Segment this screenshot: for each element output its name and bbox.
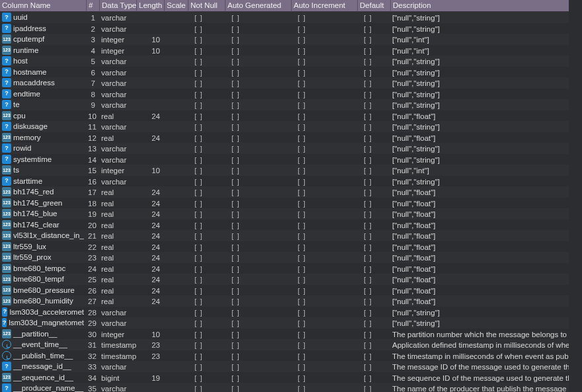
- column-name-cell[interactable]: __event_time__: [0, 339, 86, 350]
- default-checkbox[interactable]: [ ]: [357, 241, 390, 253]
- notnull-checkbox[interactable]: [ ]: [188, 77, 225, 89]
- autogen-checkbox[interactable]: [ ]: [225, 23, 291, 34]
- column-name-cell[interactable]: ?__producer_name__: [0, 383, 86, 392]
- default-checkbox[interactable]: [ ]: [357, 154, 390, 165]
- column-name-cell[interactable]: 123__sequence_id__: [0, 372, 86, 383]
- autoincr-checkbox[interactable]: [ ]: [291, 285, 357, 296]
- autogen-checkbox[interactable]: [ ]: [225, 45, 291, 56]
- notnull-checkbox[interactable]: [ ]: [188, 329, 225, 340]
- column-name-cell[interactable]: ?te: [0, 99, 86, 110]
- autogen-checkbox[interactable]: [ ]: [225, 219, 291, 231]
- autoincr-checkbox[interactable]: [ ]: [291, 132, 357, 143]
- autoincr-checkbox[interactable]: [ ]: [291, 99, 357, 110]
- default-checkbox[interactable]: [ ]: [357, 198, 390, 209]
- column-name-cell[interactable]: __publish_time__: [0, 350, 86, 362]
- column-name-cell[interactable]: ?lsm303d_acceleromet: [0, 307, 86, 318]
- column-header-scale[interactable]: Scale: [164, 0, 188, 12]
- autogen-checkbox[interactable]: [ ]: [225, 372, 291, 383]
- column-name-cell[interactable]: ?starttime: [0, 176, 86, 187]
- default-checkbox[interactable]: [ ]: [357, 263, 390, 274]
- notnull-checkbox[interactable]: [ ]: [188, 208, 225, 219]
- column-name-cell[interactable]: 123vl53l1x_distance_in_: [0, 230, 86, 241]
- autoincr-checkbox[interactable]: [ ]: [291, 89, 357, 100]
- notnull-checkbox[interactable]: [ ]: [188, 12, 225, 23]
- autogen-checkbox[interactable]: [ ]: [225, 99, 291, 110]
- autogen-checkbox[interactable]: [ ]: [225, 67, 291, 78]
- notnull-checkbox[interactable]: [ ]: [188, 56, 225, 67]
- default-checkbox[interactable]: [ ]: [357, 99, 390, 110]
- notnull-checkbox[interactable]: [ ]: [188, 230, 225, 241]
- column-header-name[interactable]: Column Name: [0, 0, 86, 12]
- column-name-cell[interactable]: ?systemtime: [0, 154, 86, 165]
- autoincr-checkbox[interactable]: [ ]: [291, 56, 357, 67]
- default-checkbox[interactable]: [ ]: [357, 295, 390, 307]
- column-name-cell[interactable]: ?macaddress: [0, 77, 86, 89]
- autogen-checkbox[interactable]: [ ]: [225, 361, 291, 372]
- column-name-cell[interactable]: ?diskusage: [0, 121, 86, 132]
- notnull-checkbox[interactable]: [ ]: [188, 219, 225, 231]
- autoincr-checkbox[interactable]: [ ]: [291, 372, 357, 383]
- autoincr-checkbox[interactable]: [ ]: [291, 77, 357, 89]
- autogen-checkbox[interactable]: [ ]: [225, 230, 291, 241]
- column-name-cell[interactable]: 123runtime: [0, 45, 86, 56]
- default-checkbox[interactable]: [ ]: [357, 252, 390, 263]
- autoincr-checkbox[interactable]: [ ]: [291, 383, 357, 392]
- autoincr-checkbox[interactable]: [ ]: [291, 67, 357, 78]
- notnull-checkbox[interactable]: [ ]: [188, 165, 225, 176]
- notnull-checkbox[interactable]: [ ]: [188, 383, 225, 392]
- notnull-checkbox[interactable]: [ ]: [188, 154, 225, 165]
- notnull-checkbox[interactable]: [ ]: [188, 176, 225, 187]
- autogen-checkbox[interactable]: [ ]: [225, 143, 291, 154]
- column-header-default[interactable]: Default: [357, 0, 390, 12]
- default-checkbox[interactable]: [ ]: [357, 219, 390, 231]
- column-name-cell[interactable]: 123ts: [0, 165, 86, 176]
- column-header-datatype[interactable]: Data Type: [99, 0, 136, 12]
- autogen-checkbox[interactable]: [ ]: [225, 329, 291, 340]
- autoincr-checkbox[interactable]: [ ]: [291, 208, 357, 219]
- default-checkbox[interactable]: [ ]: [357, 67, 390, 78]
- autogen-checkbox[interactable]: [ ]: [225, 176, 291, 187]
- column-name-cell[interactable]: ?host: [0, 56, 86, 67]
- notnull-checkbox[interactable]: [ ]: [188, 241, 225, 253]
- autoincr-checkbox[interactable]: [ ]: [291, 295, 357, 307]
- default-checkbox[interactable]: [ ]: [357, 165, 390, 176]
- column-name-cell[interactable]: 123cpu: [0, 110, 86, 122]
- autoincr-checkbox[interactable]: [ ]: [291, 252, 357, 263]
- autogen-checkbox[interactable]: [ ]: [225, 252, 291, 263]
- column-name-cell[interactable]: 123ltr559_prox: [0, 252, 86, 263]
- notnull-checkbox[interactable]: [ ]: [188, 45, 225, 56]
- autoincr-checkbox[interactable]: [ ]: [291, 45, 357, 56]
- autogen-checkbox[interactable]: [ ]: [225, 350, 291, 362]
- default-checkbox[interactable]: [ ]: [357, 285, 390, 296]
- default-checkbox[interactable]: [ ]: [357, 143, 390, 154]
- notnull-checkbox[interactable]: [ ]: [188, 34, 225, 45]
- autoincr-checkbox[interactable]: [ ]: [291, 307, 357, 318]
- autogen-checkbox[interactable]: [ ]: [225, 317, 291, 329]
- autoincr-checkbox[interactable]: [ ]: [291, 317, 357, 329]
- autoincr-checkbox[interactable]: [ ]: [291, 219, 357, 231]
- column-header-index[interactable]: #: [86, 0, 99, 12]
- notnull-checkbox[interactable]: [ ]: [188, 350, 225, 362]
- autogen-checkbox[interactable]: [ ]: [225, 198, 291, 209]
- autoincr-checkbox[interactable]: [ ]: [291, 143, 357, 154]
- default-checkbox[interactable]: [ ]: [357, 12, 390, 23]
- default-checkbox[interactable]: [ ]: [357, 56, 390, 67]
- column-header-autoincr[interactable]: Auto Increment: [291, 0, 357, 12]
- autoincr-checkbox[interactable]: [ ]: [291, 339, 357, 350]
- default-checkbox[interactable]: [ ]: [357, 34, 390, 45]
- autoincr-checkbox[interactable]: [ ]: [291, 263, 357, 274]
- default-checkbox[interactable]: [ ]: [357, 307, 390, 318]
- autoincr-checkbox[interactable]: [ ]: [291, 230, 357, 241]
- autoincr-checkbox[interactable]: [ ]: [291, 186, 357, 198]
- autogen-checkbox[interactable]: [ ]: [225, 154, 291, 165]
- column-name-cell[interactable]: 123bh1745_green: [0, 198, 86, 209]
- autoincr-checkbox[interactable]: [ ]: [291, 274, 357, 285]
- default-checkbox[interactable]: [ ]: [357, 274, 390, 285]
- autogen-checkbox[interactable]: [ ]: [225, 121, 291, 132]
- default-checkbox[interactable]: [ ]: [357, 361, 390, 372]
- notnull-checkbox[interactable]: [ ]: [188, 252, 225, 263]
- autoincr-checkbox[interactable]: [ ]: [291, 121, 357, 132]
- default-checkbox[interactable]: [ ]: [357, 230, 390, 241]
- autoincr-checkbox[interactable]: [ ]: [291, 12, 357, 23]
- column-name-cell[interactable]: ?uuid: [0, 12, 86, 23]
